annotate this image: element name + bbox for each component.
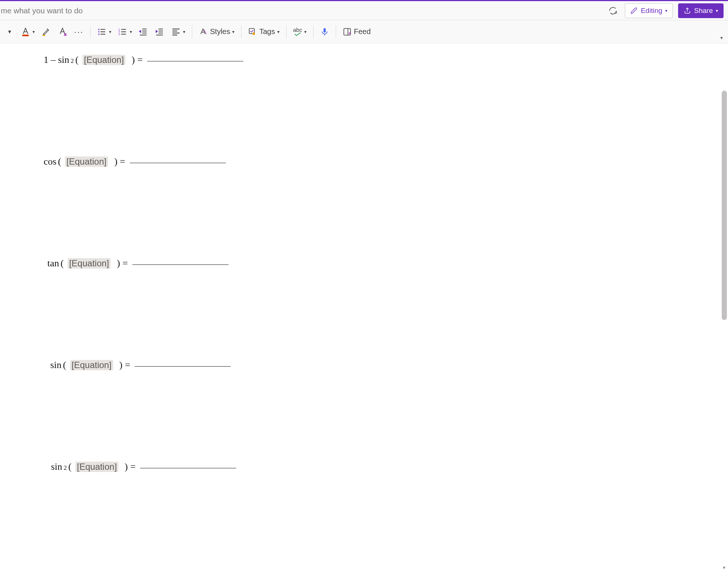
share-icon: [684, 7, 691, 14]
document-area[interactable]: 1 – sin2( [Equation] ) =cos( [Equation] …: [0, 43, 728, 573]
microphone-icon: [320, 27, 329, 37]
highlight-button[interactable]: [39, 24, 53, 40]
styles-label: Styles: [210, 27, 230, 36]
font-color-icon: [21, 27, 30, 37]
share-label: Share: [694, 7, 713, 15]
svg-rect-30: [344, 28, 351, 35]
equation-line[interactable]: tan( [Equation] ) =: [44, 258, 728, 269]
numbering-icon: 1 2 3: [118, 27, 128, 37]
feed-label: Feed: [354, 27, 371, 36]
chevron-down-icon: ▾: [716, 8, 718, 13]
outdent-button[interactable]: [136, 24, 150, 40]
equation-open-paren: (: [63, 360, 68, 371]
equation-close: ) =: [112, 258, 128, 269]
share-button[interactable]: Share ▾: [678, 3, 724, 18]
feed-button[interactable]: Feed: [341, 24, 373, 40]
equation-prefix: cos: [44, 156, 57, 167]
equation-prefix: 1 – sin: [44, 54, 69, 65]
clear-format-icon: [58, 27, 67, 37]
equation-prefix: sin: [50, 360, 61, 371]
ellipsis-icon: ···: [74, 27, 84, 37]
pencil-icon: [630, 7, 638, 14]
dictate-button[interactable]: [318, 24, 331, 40]
chevron-down-icon: ▾: [720, 35, 723, 41]
styles-icon: [199, 27, 208, 36]
bullets-button[interactable]: ▾: [95, 24, 114, 40]
highlighter-icon: [41, 27, 51, 37]
equation-line[interactable]: sin2( [Equation] ) =: [44, 461, 728, 472]
answer-blank[interactable]: [147, 61, 243, 61]
svg-point-3: [98, 28, 99, 30]
numbering-button[interactable]: 1 2 3 ▾: [116, 24, 134, 40]
styles-button[interactable]: Styles ▾: [197, 24, 237, 40]
scrollbar-thumb[interactable]: [722, 91, 727, 320]
equation-close: ) =: [115, 360, 131, 371]
equation-close: ) =: [120, 461, 136, 472]
tellme-bar: Editing ▾ Share ▾: [0, 1, 728, 20]
equation-open-paren: (: [75, 54, 81, 65]
svg-rect-1: [22, 34, 28, 36]
answer-blank[interactable]: [135, 366, 231, 367]
ribbon-separator: [286, 26, 287, 38]
answer-blank[interactable]: [140, 468, 236, 468]
spellcheck-icon: abc: [293, 27, 302, 36]
chevron-down-icon: ▾: [665, 8, 667, 13]
ribbon-toolbar: ▾ ▾: [0, 20, 728, 43]
catch-up-icon[interactable]: [606, 4, 620, 17]
feed-icon: [343, 27, 352, 36]
outdent-icon: [139, 27, 148, 37]
equation-line[interactable]: 1 – sin2( [Equation] ) =: [44, 54, 728, 65]
indent-icon: [155, 27, 165, 37]
equation-placeholder[interactable]: [Equation]: [65, 156, 108, 167]
chevron-down-icon: ▾: [8, 28, 11, 35]
equation-placeholder[interactable]: [Equation]: [75, 462, 118, 472]
answer-blank[interactable]: [132, 264, 228, 265]
indent-button[interactable]: [153, 24, 167, 40]
clear-formatting-button[interactable]: [55, 24, 70, 40]
chevron-down-icon: ▾: [277, 29, 280, 34]
font-color-button[interactable]: ▾: [18, 24, 37, 40]
tellme-input[interactable]: [0, 5, 603, 17]
editing-mode-button[interactable]: Editing ▾: [625, 3, 673, 18]
chevron-down-icon: ▾: [109, 29, 111, 34]
ribbon-separator: [241, 26, 241, 38]
svg-point-7: [98, 33, 99, 34]
bullets-icon: [97, 27, 107, 37]
equation-open-paren: (: [68, 461, 74, 472]
equation-placeholder[interactable]: [Equation]: [70, 360, 113, 370]
answer-blank[interactable]: [130, 163, 226, 163]
editing-mode-label: Editing: [641, 7, 662, 15]
svg-point-5: [98, 31, 99, 32]
chevron-down-icon: ▾: [232, 29, 234, 34]
more-font-options[interactable]: ···: [72, 24, 86, 40]
svg-rect-28: [324, 28, 326, 33]
equation-placeholder[interactable]: [Equation]: [82, 55, 125, 65]
equation-line[interactable]: sin( [Equation] ) =: [44, 360, 728, 371]
equation-prefix: tan: [47, 258, 59, 269]
alignment-button[interactable]: ▾: [169, 24, 187, 40]
vertical-scrollbar[interactable]: ▾: [720, 43, 728, 573]
equation-open-paren: (: [58, 156, 64, 167]
tags-icon: [248, 27, 257, 36]
equation-placeholder[interactable]: [Equation]: [68, 258, 111, 269]
more-options-chevron[interactable]: ▾: [3, 24, 16, 40]
equation-close: ) =: [127, 54, 143, 65]
ribbon-expand-chevron[interactable]: ▾: [717, 33, 726, 42]
equation-line[interactable]: cos( [Equation] ) =: [44, 156, 728, 167]
chevron-down-icon: ▾: [33, 29, 35, 34]
equation-open-paren: (: [61, 258, 66, 269]
scroll-down-arrow[interactable]: ▾: [720, 563, 728, 572]
svg-text:3: 3: [118, 32, 120, 36]
equation-prefix: sin: [51, 461, 62, 472]
equation-close: ) =: [109, 156, 125, 167]
chevron-down-icon: ▾: [304, 29, 307, 34]
chevron-down-icon: ▾: [130, 29, 132, 34]
ribbon-separator: [313, 26, 314, 38]
tags-button[interactable]: Tags ▾: [246, 24, 281, 40]
align-left-icon: [171, 27, 181, 37]
ribbon-separator: [90, 26, 91, 38]
document-content[interactable]: 1 – sin2( [Equation] ) =cos( [Equation] …: [0, 43, 728, 487]
tags-label: Tags: [259, 27, 275, 36]
ribbon-separator: [336, 26, 336, 38]
spellcheck-button[interactable]: abc ▾: [291, 24, 309, 40]
